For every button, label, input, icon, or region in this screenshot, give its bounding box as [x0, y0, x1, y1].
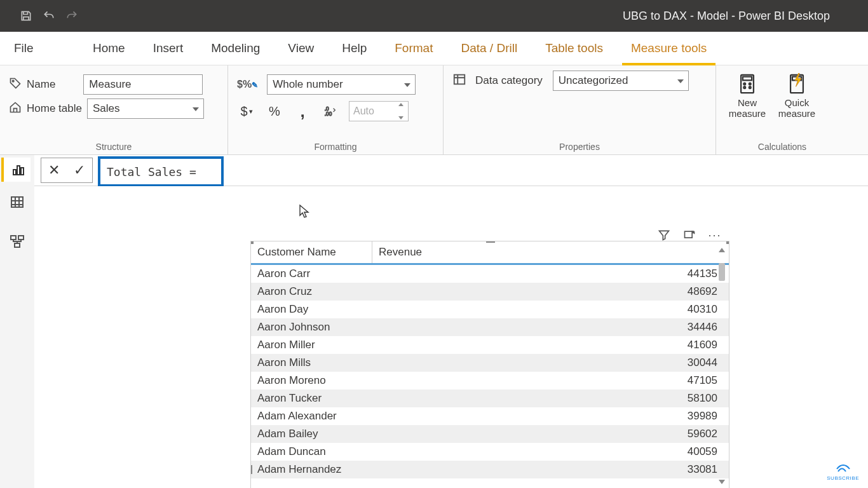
- tab-home[interactable]: Home: [79, 32, 139, 65]
- tab-table-tools[interactable]: Table tools: [531, 32, 617, 65]
- data-category-label: Data category: [475, 74, 543, 87]
- svg-rect-16: [11, 236, 16, 240]
- model-view-button[interactable]: [5, 229, 29, 254]
- measure-name-input[interactable]: [83, 74, 203, 95]
- tab-modeling[interactable]: Modeling: [197, 32, 274, 65]
- tab-view[interactable]: View: [274, 32, 328, 65]
- group-label-calculations: Calculations: [725, 142, 839, 154]
- cell-name: Aaron Miller: [251, 336, 372, 354]
- svg-point-8: [743, 86, 745, 88]
- currency-button[interactable]: $▾: [237, 102, 256, 120]
- svg-point-0: [12, 80, 14, 82]
- percent-button[interactable]: %: [265, 102, 284, 120]
- cell-revenue: 47105: [372, 372, 729, 390]
- tab-format[interactable]: Format: [381, 32, 447, 65]
- filter-icon[interactable]: [657, 228, 671, 242]
- table-row[interactable]: Aaron Johnson34446: [251, 318, 729, 336]
- new-measure-button[interactable]: New measure: [725, 73, 770, 142]
- table-visual[interactable]: Customer Name Revenue Aaron Carr44135Aar…: [250, 241, 729, 488]
- table-row[interactable]: Aaron Mills30044: [251, 354, 729, 372]
- resize-handle[interactable]: [250, 241, 254, 244]
- table-row[interactable]: Adam Hernandez33081: [251, 461, 729, 478]
- svg-rect-17: [18, 236, 24, 240]
- subscribe-badge: SUBSCRIBE: [827, 464, 859, 481]
- commit-formula-button[interactable]: ✓: [67, 158, 92, 182]
- home-table-label: Home table: [27, 102, 82, 115]
- focus-mode-icon[interactable]: [682, 228, 696, 242]
- resize-handle[interactable]: [726, 241, 729, 244]
- tag-icon: [9, 77, 22, 92]
- svg-rect-13: [17, 166, 20, 175]
- table-row[interactable]: Aaron Cruz48692: [251, 283, 729, 301]
- home-table-select[interactable]: Sales: [87, 98, 204, 119]
- svg-point-9: [749, 86, 751, 88]
- table-row[interactable]: Aaron Tucker58100: [251, 390, 729, 407]
- tab-insert[interactable]: Insert: [139, 32, 198, 65]
- cell-revenue: 48692: [372, 283, 729, 301]
- svg-text:.00: .00: [325, 111, 332, 117]
- data-view-button[interactable]: [5, 190, 29, 214]
- cell-name: Aaron Day: [251, 301, 372, 318]
- more-options-icon[interactable]: ···: [708, 228, 722, 242]
- table-row[interactable]: Adam Bailey59602: [251, 425, 729, 443]
- cell-revenue: 30044: [372, 354, 729, 372]
- cell-name: Aaron Cruz: [251, 283, 372, 301]
- window-title: UBG to DAX - Model - Power BI Desktop: [79, 10, 868, 23]
- svg-rect-5: [743, 77, 752, 81]
- formula-input[interactable]: Total Sales =: [98, 156, 224, 187]
- scrollbar[interactable]: [717, 248, 726, 484]
- cell-name: Adam Duncan: [251, 443, 372, 461]
- redo-icon[interactable]: [65, 9, 79, 23]
- resize-handle[interactable]: [486, 241, 495, 243]
- tab-measure-tools[interactable]: Measure tools: [617, 32, 721, 65]
- svg-point-6: [743, 83, 745, 85]
- svg-rect-3: [454, 75, 465, 85]
- cell-name: Aaron Mills: [251, 354, 372, 372]
- name-label: Name: [27, 78, 55, 91]
- title-bar: UBG to DAX - Model - Power BI Desktop: [0, 0, 868, 32]
- calculator-icon: [736, 73, 758, 95]
- format-type-select[interactable]: Whole number: [267, 74, 416, 95]
- cell-revenue: 34446: [372, 318, 729, 336]
- svg-rect-12: [13, 170, 16, 175]
- col-header-revenue[interactable]: Revenue: [372, 241, 729, 264]
- svg-rect-15: [11, 197, 23, 207]
- cell-revenue: 44135: [372, 264, 729, 283]
- cell-name: Aaron Tucker: [251, 390, 372, 407]
- save-icon[interactable]: [19, 9, 33, 23]
- table-row[interactable]: Aaron Day40310: [251, 301, 729, 318]
- table-row[interactable]: Adam Duncan40059: [251, 443, 729, 461]
- cell-name: Aaron Johnson: [251, 318, 372, 336]
- decimal-places-input[interactable]: Auto: [349, 101, 409, 121]
- thousands-button[interactable]: ,: [293, 102, 312, 120]
- cell-name: Aaron Carr: [251, 264, 372, 283]
- svg-rect-19: [685, 231, 693, 238]
- undo-icon[interactable]: [42, 9, 56, 23]
- data-category-select[interactable]: Uncategorized: [553, 71, 689, 91]
- table-row[interactable]: Aaron Carr44135: [251, 264, 729, 283]
- quick-measure-button[interactable]: Quick measure: [775, 73, 819, 142]
- table-row[interactable]: Adam Alexander39989: [251, 407, 729, 425]
- quick-measure-icon: [786, 73, 808, 95]
- cell-revenue: 58100: [372, 390, 729, 407]
- cursor-icon: [299, 204, 310, 222]
- cell-revenue: 40310: [372, 301, 729, 318]
- visual-toolbar: ···: [657, 228, 722, 242]
- cell-name: Adam Alexander: [251, 407, 372, 425]
- cancel-formula-button[interactable]: ✕: [41, 158, 67, 182]
- cell-name: Aaron Moreno: [251, 372, 372, 390]
- report-canvas[interactable]: ··· Customer Name Revenue Aaron Carr4413…: [34, 186, 868, 488]
- group-label-structure: Structure: [9, 142, 219, 154]
- format-icon: $%✎: [237, 79, 258, 90]
- report-view-button[interactable]: [1, 158, 31, 182]
- decimals-button[interactable]: .0.00: [321, 102, 340, 120]
- cell-name: Adam Bailey: [251, 425, 372, 443]
- cell-revenue: 41609: [372, 336, 729, 354]
- tab-file[interactable]: File: [0, 32, 79, 65]
- tab-data-drill[interactable]: Data / Drill: [447, 32, 531, 65]
- resize-handle[interactable]: [250, 465, 252, 474]
- tab-help[interactable]: Help: [328, 32, 381, 65]
- table-row[interactable]: Aaron Moreno47105: [251, 372, 729, 390]
- col-header-customer[interactable]: Customer Name: [251, 241, 372, 264]
- table-row[interactable]: Aaron Miller41609: [251, 336, 729, 354]
